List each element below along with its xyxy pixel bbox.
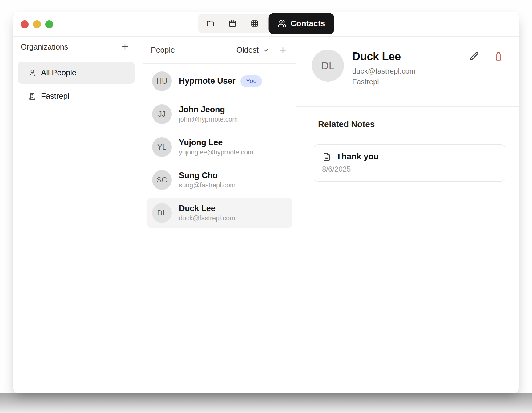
contact-name: Duck Lee [352, 50, 416, 63]
add-organization-button[interactable] [120, 42, 130, 51]
avatar: SC [152, 170, 172, 190]
panel-divider-gap [138, 37, 143, 393]
person-row-duck-lee[interactable]: DL Duck Lee duck@fastrepl.com [147, 198, 292, 228]
tab-contacts-label: Contacts [291, 19, 325, 28]
organizations-header: Organizations [13, 37, 138, 57]
tab-contacts[interactable]: Contacts [269, 13, 334, 34]
person-row-hyprnote-user[interactable]: HU Hyprnote User You [147, 66, 292, 96]
note-icon [322, 152, 332, 162]
people-header: People Oldest [143, 37, 296, 64]
close-window-button[interactable] [21, 20, 29, 28]
avatar: JJ [152, 104, 172, 124]
person-email: sung@fastrepl.com [179, 182, 236, 189]
edit-contact-button[interactable] [468, 51, 479, 62]
related-notes-title: Related Notes [318, 119, 503, 129]
folder-icon [206, 19, 215, 28]
person-name: John Jeong [179, 105, 238, 114]
person-row-yujong-lee[interactable]: YL Yujong Lee yujonglee@hyprnote.com [147, 132, 292, 162]
contact-organization: Fastrepl [352, 78, 416, 86]
people-panel: People Oldest HU Hyprnote U [143, 37, 296, 393]
person-email: yujonglee@hyprnote.com [179, 149, 253, 156]
table-icon [250, 19, 259, 28]
avatar: YL [152, 137, 172, 157]
contact-detail-header: DL Duck Lee duck@fastrepl.com Fastrepl [296, 37, 519, 107]
people-list: HU Hyprnote User You JJ John Jeong john@… [143, 64, 296, 231]
people-icon [278, 19, 287, 28]
contact-avatar: DL [312, 50, 344, 82]
people-title: People [151, 46, 175, 54]
person-email: duck@fastrepl.com [179, 215, 235, 222]
person-row-john-jeong[interactable]: JJ John Jeong john@hyprnote.com [147, 99, 292, 129]
pencil-icon [468, 51, 479, 62]
desktop-gradient [0, 393, 532, 413]
person-row-sung-cho[interactable]: SC Sung Cho sung@fastrepl.com [147, 165, 292, 195]
person-name: Hyprnote User [179, 76, 235, 86]
app-window: Contacts Organizations All People Fastre… [13, 12, 519, 393]
person-name: Duck Lee [179, 204, 235, 213]
plus-icon [278, 46, 288, 55]
sidebar-item-fastrepl[interactable]: Fastrepl [18, 85, 135, 107]
add-person-button[interactable] [278, 46, 288, 55]
sidebar-item-label: All People [41, 68, 76, 78]
person-name: Yujong Lee [179, 138, 253, 147]
note-card[interactable]: Thank you 8/6/2025 [314, 144, 505, 182]
contact-email: duck@fastrepl.com [352, 67, 416, 75]
avatar: HU [152, 71, 172, 91]
person-name: Sung Cho [179, 171, 236, 180]
person-email: john@hyprnote.com [179, 116, 238, 123]
organizations-list: All People Fastrepl [13, 57, 138, 107]
traffic-lights [21, 20, 53, 28]
sort-dropdown[interactable]: Oldest [236, 46, 270, 54]
sidebar-item-label: Fastrepl [41, 91, 69, 101]
titlebar: Contacts [13, 12, 519, 37]
zoom-window-button[interactable] [45, 20, 53, 28]
sort-label: Oldest [236, 46, 259, 54]
chevron-down-icon [262, 46, 270, 54]
calendar-icon [228, 19, 237, 28]
trash-icon [493, 51, 504, 62]
you-badge: You [240, 75, 262, 87]
organizations-sidebar: Organizations All People Fastrepl [13, 37, 138, 393]
person-icon [28, 69, 37, 77]
note-title: Thank you [336, 152, 379, 162]
tab-table[interactable] [244, 14, 266, 33]
tab-files[interactable] [199, 14, 221, 33]
note-date: 8/6/2025 [322, 165, 497, 174]
view-switcher: Contacts [198, 14, 334, 33]
sidebar-item-all-people[interactable]: All People [18, 62, 135, 84]
organizations-title: Organizations [21, 42, 68, 51]
delete-contact-button[interactable] [493, 51, 504, 62]
tab-calendar[interactable] [221, 14, 244, 33]
plus-icon [120, 42, 130, 51]
avatar: DL [152, 203, 172, 223]
building-icon [28, 92, 37, 101]
main-content: Organizations All People Fastrepl P [13, 37, 519, 393]
minimize-window-button[interactable] [33, 20, 41, 28]
contact-detail-panel: DL Duck Lee duck@fastrepl.com Fastrepl R… [296, 37, 519, 393]
related-notes-section: Related Notes Thank you 8/6/2025 [296, 107, 519, 182]
